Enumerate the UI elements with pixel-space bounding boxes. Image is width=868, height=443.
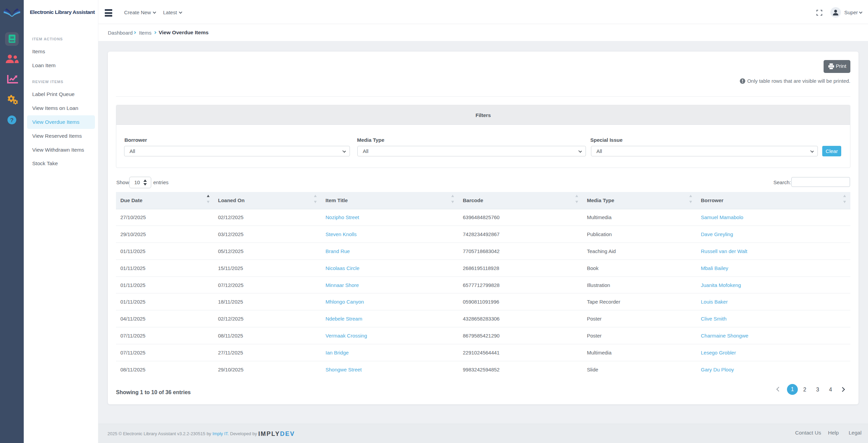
svg-text:?: ?: [10, 117, 14, 123]
